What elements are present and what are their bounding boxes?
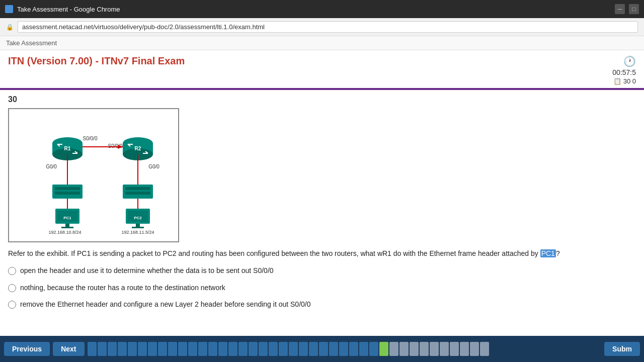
submit-button[interactable]: Subm <box>604 342 640 356</box>
answer-label-b: nothing, because the router has a route … <box>20 283 225 293</box>
svg-text:G0/0: G0/0 <box>148 164 159 169</box>
q-dot-24[interactable] <box>319 342 328 356</box>
q-dot-34[interactable] <box>420 342 429 356</box>
answer-radio-c[interactable] <box>8 301 16 309</box>
q-dot-18[interactable] <box>259 342 268 356</box>
svg-text:R1: R1 <box>64 146 71 151</box>
answer-option-a: open the header and use it to determine … <box>8 266 636 276</box>
q-dot-35[interactable] <box>430 342 439 356</box>
q-dot-33[interactable] <box>410 342 419 356</box>
r1-highlight: R1 <box>382 249 391 257</box>
svg-rect-40 <box>132 227 144 228</box>
q-dot-25[interactable] <box>329 342 338 356</box>
svg-text:S0/0/0: S0/0/0 <box>83 136 98 141</box>
q-dot-19[interactable] <box>269 342 278 356</box>
page-title: ITN (Version 7.00) - ITNv7 Final Exam <box>8 55 185 67</box>
svg-rect-26 <box>55 192 80 195</box>
q-dot-1[interactable] <box>88 342 97 356</box>
browser-title: Take Assessment - Google Chrome <box>17 6 611 13</box>
q-dot-17[interactable] <box>249 342 258 356</box>
svg-rect-28 <box>125 187 150 190</box>
main-content: 30 R1 <box>0 90 644 346</box>
q-dot-20[interactable] <box>279 342 288 356</box>
next-button[interactable]: Next <box>53 342 84 356</box>
q-dot-23[interactable] <box>309 342 318 356</box>
q-dot-14[interactable] <box>218 342 227 356</box>
q-dot-22[interactable] <box>299 342 308 356</box>
q-dot-30[interactable] <box>379 342 388 356</box>
pc1-highlight: PC1 <box>540 249 556 257</box>
breadcrumb-bar: Take Assessment <box>0 36 644 50</box>
q-dot-40[interactable] <box>480 342 489 356</box>
svg-text:PC2: PC2 <box>134 216 142 220</box>
ssl-lock-icon: 🔒 <box>6 24 14 31</box>
q-dot-3[interactable] <box>108 342 117 356</box>
q-dot-21[interactable] <box>289 342 298 356</box>
network-diagram: R1 R2 S0/0/0 S0/0/0 G0/0 G0/0 <box>17 114 173 235</box>
bottom-navigation-bar: Previous Next <box>0 336 644 362</box>
q-dot-6[interactable] <box>138 342 147 356</box>
q-dot-5[interactable] <box>128 342 137 356</box>
q-dot-37[interactable] <box>450 342 459 356</box>
browser-icon <box>5 5 13 13</box>
answer-radio-a[interactable] <box>8 267 16 275</box>
q-dot-29[interactable] <box>369 342 378 356</box>
question-number: 30 <box>8 95 636 104</box>
pc1: PC1 <box>55 209 79 228</box>
answer-radio-b[interactable] <box>8 284 16 292</box>
page-header: ITN (Version 7.00) - ITNv7 Final Exam 🕐 … <box>0 50 644 90</box>
previous-button[interactable]: Previous <box>4 342 50 356</box>
q-dot-11[interactable] <box>188 342 197 356</box>
q-dot-8[interactable] <box>158 342 167 356</box>
clock-icon: 🕐 <box>623 55 636 67</box>
url-input[interactable]: assessment.netacad.net/virtuoso/delivery… <box>18 21 638 33</box>
svg-rect-35 <box>61 227 73 228</box>
question-text: Refer to the exhibit. If PC1 is sending … <box>8 248 636 259</box>
q-dot-27[interactable] <box>349 342 358 356</box>
items-icon: 📋 <box>613 77 621 85</box>
q-dot-28[interactable] <box>359 342 368 356</box>
svg-rect-29 <box>125 192 150 195</box>
answer-label-a: open the header and use it to determine … <box>20 266 274 276</box>
q-dot-2[interactable] <box>98 342 107 356</box>
q-dot-9[interactable] <box>168 342 177 356</box>
svg-rect-39 <box>136 224 140 227</box>
question-dots <box>88 342 602 356</box>
q-dot-16[interactable] <box>238 342 248 356</box>
q-dot-7[interactable] <box>148 342 157 356</box>
q-dot-39[interactable] <box>470 342 479 356</box>
q-dot-32[interactable] <box>399 342 409 356</box>
q-dot-4[interactable] <box>118 342 127 356</box>
exhibit-box: R1 R2 S0/0/0 S0/0/0 G0/0 G0/0 <box>8 108 179 242</box>
q-dot-38[interactable] <box>460 342 469 356</box>
q-dot-10[interactable] <box>178 342 187 356</box>
q-dot-36[interactable] <box>440 342 449 356</box>
svg-text:192.168.10.8/24: 192.168.10.8/24 <box>48 230 81 235</box>
items-count: 📋 30 0 <box>613 77 636 85</box>
svg-text:PC1: PC1 <box>63 216 71 220</box>
address-bar: 🔒 assessment.netacad.net/virtuoso/delive… <box>0 18 644 36</box>
q-dot-31[interactable] <box>389 342 398 356</box>
timer-value: 00:57:5 <box>612 68 636 76</box>
q-dot-12[interactable] <box>198 342 207 356</box>
svg-text:G0/0: G0/0 <box>46 164 57 169</box>
timer-area: 🕐 00:57:5 📋 30 0 <box>612 55 636 85</box>
svg-rect-25 <box>55 187 80 190</box>
q-dot-26[interactable] <box>339 342 348 356</box>
window-controls[interactable]: ─ □ <box>615 4 639 14</box>
answer-label-c: remove the Ethernet header and configure… <box>20 300 311 310</box>
svg-rect-34 <box>65 224 69 227</box>
breadcrumb: Take Assessment <box>6 39 57 47</box>
switch2 <box>123 185 153 199</box>
answer-option-c: remove the Ethernet header and configure… <box>8 300 636 310</box>
maximize-button[interactable]: □ <box>629 4 639 14</box>
q-dot-15[interactable] <box>228 342 237 356</box>
switch1 <box>52 185 83 199</box>
answer-option-b: nothing, because the router has a route … <box>8 283 636 293</box>
minimize-button[interactable]: ─ <box>615 4 625 14</box>
browser-titlebar: Take Assessment - Google Chrome ─ □ <box>0 0 644 18</box>
q-dot-13[interactable] <box>208 342 217 356</box>
pc2: PC2 <box>126 209 150 228</box>
svg-text:R2: R2 <box>135 146 141 151</box>
svg-text:192.168.11.5/24: 192.168.11.5/24 <box>121 230 154 235</box>
